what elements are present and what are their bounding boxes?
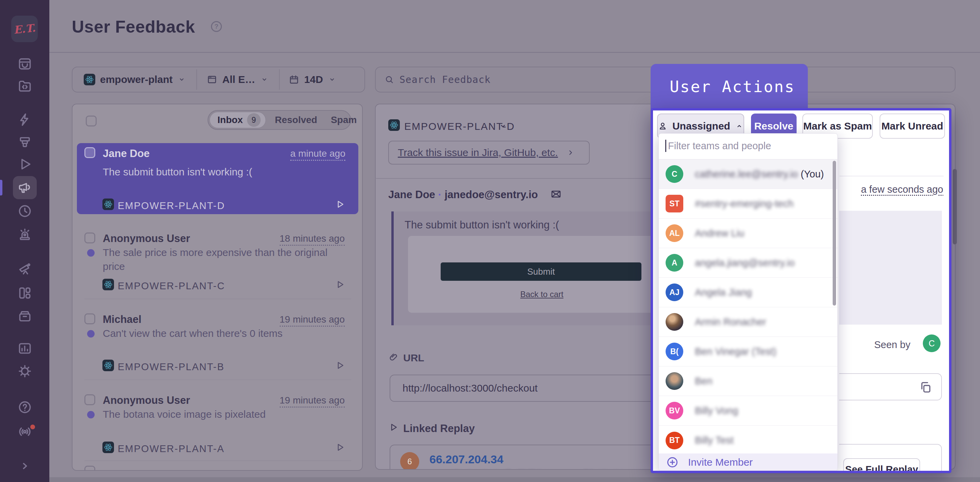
item-time: a minute ago [290,148,345,161]
member-row[interactable]: ST #sentry-emerging-tech [659,189,837,219]
page-scrollbar[interactable] [953,169,957,244]
page-help-icon[interactable]: ? [211,21,222,32]
member-name: #sentry-emerging-tech [695,198,794,209]
member-row[interactable]: BT Billy Test [659,426,837,455]
item-checkbox[interactable] [84,466,95,471]
item-message: Can't view the cart when there's 0 items [103,328,282,339]
play-replay-icon[interactable] [335,199,345,210]
member-photo-avatar [666,313,683,331]
feedback-timestamp[interactable]: a few seconds ago [841,184,943,195]
replays-icon[interactable] [18,157,32,172]
member-name: Billy Test [695,435,733,446]
track-issue-button[interactable]: Track this issue in Jira, GitHub, etc. [388,141,590,165]
crons-icon[interactable] [18,204,32,219]
play-replay-icon[interactable] [335,360,345,371]
item-time: 19 minutes ago [280,314,345,327]
bottom-edge [49,477,980,482]
bright-divider [840,176,943,176]
feedback-item-selected[interactable]: Jane Doe a minute ago The submit button … [77,143,358,214]
item-name: Jane Doe [103,147,150,160]
chevron-down-icon [260,75,269,84]
member-row[interactable]: AJ Angela Jiang [659,278,837,307]
filter-bar: empower-plant All E… 14D [72,67,365,92]
item-checkbox[interactable] [84,147,95,158]
mark-unread-button[interactable]: Mark Unread [880,114,945,139]
releases-icon[interactable] [18,309,32,323]
text-cursor [665,140,666,152]
dashboards-icon[interactable] [18,285,32,300]
tab-spam[interactable]: Spam [331,114,356,125]
invite-member-row[interactable]: Invite Member [659,453,837,471]
item-name: Anonymous User [103,394,190,406]
member-row[interactable]: C catherine.lee@sentry.io (You) [659,159,837,189]
issues-icon[interactable] [18,56,32,71]
discover-icon[interactable] [18,261,32,276]
member-row[interactable]: B( Ben Vinegar (Test) [659,337,837,366]
replay-chip-icon [430,469,440,470]
replay-avatar: 6 [400,452,419,470]
play-replay-icon[interactable] [335,442,345,453]
performance-icon[interactable] [18,112,32,127]
member-row[interactable]: AL Andrew Liu [659,219,837,248]
play-replay-icon[interactable] [335,279,345,290]
mailbox-tabs: Inbox 9 Resolved Spam [208,110,351,130]
item-message: The sale price is more expensive than th… [103,247,327,258]
item-time: 19 minutes ago [280,395,345,407]
help-icon[interactable] [18,400,32,415]
replay-label[interactable]: Linked Replay [403,423,475,435]
seen-by-avatar: C [923,335,940,352]
member-row[interactable]: A angela.jiang@sentry.io [659,248,837,278]
sidebar: E.T. [0,0,49,482]
email-icon[interactable] [550,189,562,200]
assignee-dropdown: Filter teams and people C catherine.lee@… [659,133,838,471]
member-avatar: A [666,254,683,271]
screenshot-back-link: Back to cart [520,290,563,299]
url-input-bright[interactable] [839,373,942,400]
member-row[interactable]: Armin Ronacher [659,307,837,337]
settings-icon[interactable] [18,364,32,379]
dropdown-scrollbar[interactable] [833,161,836,306]
member-row[interactable]: BV Billy Vong [659,396,837,426]
org-logo[interactable]: E.T. [11,16,38,42]
filter-members-input[interactable]: Filter teams and people [668,140,771,152]
chevron-right-icon [566,148,575,157]
user-actions-tooltip: User Actions [651,64,808,109]
replay-section-icon[interactable] [388,422,398,433]
tab-inbox[interactable]: Inbox 9 [209,111,266,128]
member-name: Andrew Liu [695,228,744,239]
item-checkbox[interactable] [84,394,95,405]
member-name: Billy Vong [695,405,738,416]
member-row[interactable]: Ben [659,366,837,396]
member-name: Angela Jiang [695,287,752,298]
projects-icon[interactable] [18,79,32,94]
filter-separator [196,69,197,90]
member-name: Ben Vinegar (Test) [695,346,776,357]
item-project-slug: EMPOWER-PLANT-D [118,200,225,211]
collapse-sidebar-icon[interactable] [18,458,32,474]
member-you-suffix: (You) [798,169,824,179]
screenshot-submit-button: Submit [441,262,641,281]
project-filter[interactable]: empower-plant [100,74,172,85]
environment-filter[interactable]: All E… [222,74,255,85]
item-time: 18 minutes ago [280,233,345,246]
unread-dot [87,249,95,257]
feedback-icon[interactable] [18,180,32,195]
copy-icon[interactable] [919,380,932,394]
replay-ip-link[interactable]: 66.207.204.34 [430,453,503,466]
alerts-icon[interactable] [18,227,32,241]
page-title: User Feedback [72,17,195,37]
profiling-icon[interactable] [18,135,32,150]
select-all-checkbox[interactable] [86,116,97,127]
feedback-message: The submit button isn't working :( [404,219,559,231]
search-input[interactable]: Search Feedback [399,74,491,85]
org-logo-text: E.T. [13,22,36,36]
item-checkbox[interactable] [84,313,95,324]
react-project-icon [84,74,95,85]
header-divider [49,52,980,53]
date-range-filter[interactable]: 14D [304,74,323,85]
tab-resolved[interactable]: Resolved [275,114,318,125]
stats-icon[interactable] [18,341,32,356]
item-checkbox[interactable] [84,233,95,243]
see-full-replay-button[interactable]: See Full Replay [843,458,920,473]
plus-circle-icon [666,456,679,468]
